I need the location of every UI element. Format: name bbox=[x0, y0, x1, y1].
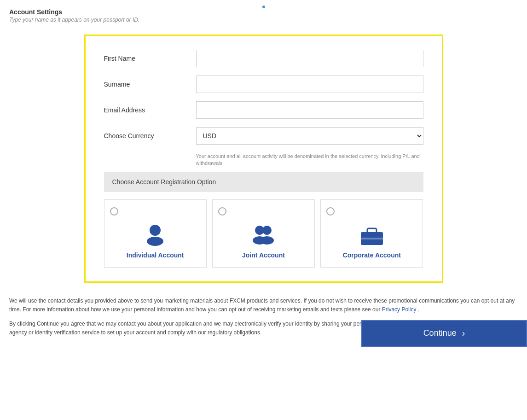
privacy-policy-link[interactable]: Privacy Policy bbox=[382, 306, 417, 313]
currency-label: Choose Currency bbox=[104, 132, 196, 140]
svg-rect-8 bbox=[361, 238, 383, 239]
chevron-right-icon: › bbox=[462, 328, 465, 338]
email-input[interactable] bbox=[196, 101, 423, 119]
account-reg-header: Choose Account Registration Option bbox=[104, 172, 423, 192]
svg-point-1 bbox=[147, 237, 163, 246]
individual-label: Individual Account bbox=[110, 251, 201, 259]
svg-point-0 bbox=[150, 225, 161, 236]
first-name-label: First Name bbox=[104, 55, 196, 62]
top-dot bbox=[262, 6, 265, 8]
joint-account-card[interactable]: Joint Account bbox=[212, 199, 315, 268]
joint-icon bbox=[218, 221, 309, 247]
corporate-icon bbox=[326, 221, 417, 247]
email-row: Email Address bbox=[104, 101, 423, 119]
currency-note: Your account and all account activity wi… bbox=[196, 153, 423, 167]
continue-label: Continue bbox=[423, 328, 457, 338]
surname-input[interactable] bbox=[196, 76, 423, 93]
page-subtitle: Type your name as it appears on your pas… bbox=[9, 17, 518, 23]
joint-label: Joint Account bbox=[218, 251, 309, 259]
page-title: Account Settings bbox=[9, 8, 518, 16]
surname-label: Surname bbox=[104, 81, 196, 88]
surname-row: Surname bbox=[104, 76, 423, 93]
first-name-input[interactable] bbox=[196, 50, 423, 67]
email-label: Email Address bbox=[104, 106, 196, 114]
svg-rect-7 bbox=[367, 228, 376, 233]
corporate-label: Corporate Account bbox=[326, 251, 417, 259]
footer-bar: Continue › bbox=[361, 320, 527, 347]
individual-radio[interactable] bbox=[110, 207, 118, 216]
first-name-row: First Name bbox=[104, 50, 423, 67]
currency-row: Choose Currency USD EUR GBP AUD JPY CHF … bbox=[104, 127, 423, 145]
header-section: Account Settings Type your name as it ap… bbox=[0, 0, 527, 26]
form-box: First Name Surname Email Address Choose … bbox=[84, 35, 443, 283]
corporate-radio[interactable] bbox=[326, 207, 335, 216]
corporate-account-card[interactable]: Corporate Account bbox=[320, 199, 423, 268]
individual-account-card[interactable]: Individual Account bbox=[104, 199, 207, 268]
svg-point-5 bbox=[260, 236, 274, 245]
currency-select[interactable]: USD EUR GBP AUD JPY CHF CAD bbox=[196, 127, 423, 145]
individual-icon bbox=[110, 221, 201, 247]
account-cards: Individual Account Joint Account bbox=[104, 199, 423, 268]
joint-radio[interactable] bbox=[218, 207, 226, 216]
continue-button[interactable]: Continue › bbox=[361, 320, 527, 347]
disclaimer-para1: We will use the contact details you prov… bbox=[9, 297, 518, 314]
svg-point-4 bbox=[262, 226, 272, 235]
